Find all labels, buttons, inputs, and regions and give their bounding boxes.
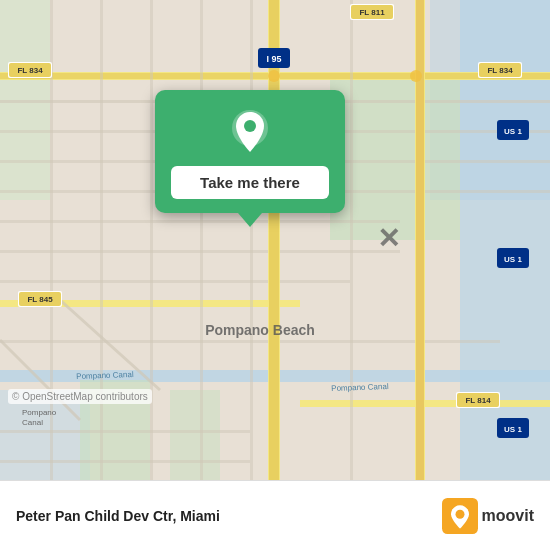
moovit-icon (442, 498, 478, 534)
svg-point-67 (244, 120, 256, 132)
svg-text:FL 845: FL 845 (27, 295, 53, 304)
svg-rect-22 (0, 460, 250, 463)
bottom-bar: Peter Pan Child Dev Ctr, Miami moovit (0, 480, 550, 550)
svg-text:US 1: US 1 (504, 255, 522, 264)
bottom-info: Peter Pan Child Dev Ctr, Miami (16, 508, 220, 524)
svg-rect-8 (170, 390, 220, 480)
svg-point-64 (268, 70, 280, 82)
svg-text:US 1: US 1 (504, 425, 522, 434)
svg-text:✕: ✕ (377, 223, 400, 254)
svg-text:FL 834: FL 834 (17, 66, 43, 75)
location-popup: Take me there (155, 90, 345, 213)
svg-text:US 1: US 1 (504, 127, 522, 136)
svg-rect-28 (350, 0, 353, 480)
svg-text:FL 834: FL 834 (487, 66, 513, 75)
pin-icon (226, 108, 274, 156)
svg-text:FL 811: FL 811 (359, 8, 385, 17)
svg-rect-26 (200, 0, 203, 480)
moovit-logo: moovit (442, 498, 534, 534)
svg-text:Pompano: Pompano (22, 408, 57, 417)
svg-rect-27 (250, 0, 253, 480)
svg-point-69 (455, 509, 464, 518)
place-name: Peter Pan Child Dev Ctr, Miami (16, 508, 220, 524)
svg-text:Canal: Canal (22, 418, 43, 427)
svg-rect-24 (100, 0, 103, 480)
svg-point-65 (410, 70, 422, 82)
svg-rect-21 (0, 430, 250, 433)
svg-rect-25 (150, 0, 153, 480)
osm-credit: © OpenStreetMap contributors (8, 389, 152, 404)
take-me-there-button[interactable]: Take me there (171, 166, 329, 199)
svg-text:I 95: I 95 (266, 54, 281, 64)
moovit-text: moovit (482, 507, 534, 525)
svg-text:Pompano Beach: Pompano Beach (205, 322, 315, 338)
svg-text:FL 814: FL 814 (465, 396, 491, 405)
map-container: FL 811 FL 834 FL 834 I 95 US 1 US 1 US 1… (0, 0, 550, 480)
